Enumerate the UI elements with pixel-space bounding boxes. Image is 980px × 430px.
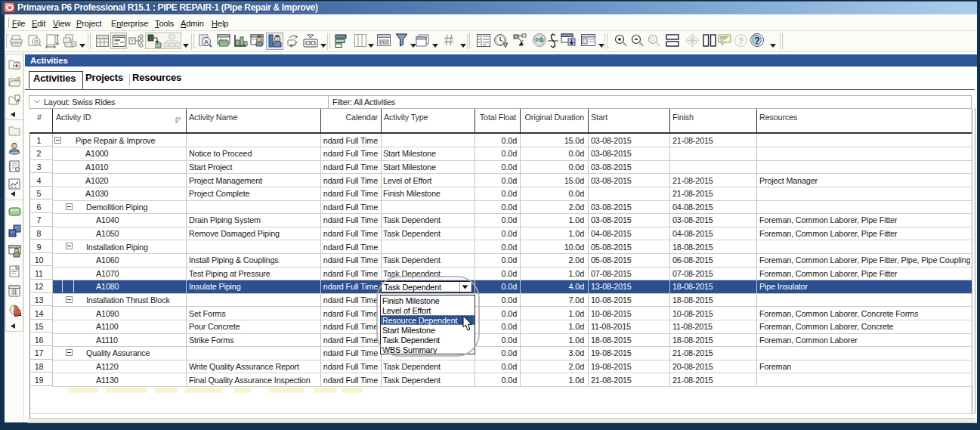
svg-text:A: A [204,39,209,45]
svg-text:?: ? [754,36,759,46]
svg-text:?: ? [738,36,744,45]
